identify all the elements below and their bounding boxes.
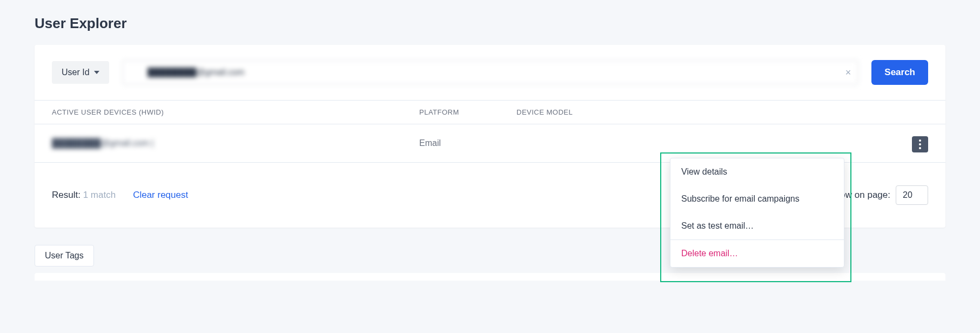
more-vertical-icon	[919, 139, 921, 149]
table-row[interactable]: ████████@gmail.com | Email	[35, 124, 945, 163]
search-button[interactable]: Search	[871, 60, 928, 85]
user-tags-panel	[35, 273, 945, 281]
cell-platform: Email	[419, 138, 516, 148]
menu-delete-email[interactable]: Delete email…	[670, 240, 844, 267]
column-platform: PLATFORM	[419, 108, 516, 116]
clear-request-link[interactable]: Clear request	[133, 190, 188, 201]
column-device-model: DEVICE MODEL	[516, 108, 896, 116]
menu-set-test-email[interactable]: Set as test email…	[670, 212, 844, 239]
menu-subscribe-campaigns[interactable]: Subscribe for email campaigns	[670, 185, 844, 212]
search-input[interactable]	[122, 60, 859, 85]
column-active-devices: ACTIVE USER DEVICES (HWID)	[52, 108, 419, 116]
row-actions-button[interactable]	[912, 136, 928, 152]
user-id-selector[interactable]: User Id	[52, 61, 109, 84]
menu-view-details[interactable]: View details	[670, 158, 844, 185]
table-header: ACTIVE USER DEVICES (HWID) PLATFORM DEVI…	[35, 100, 945, 124]
search-wrapper: ×	[122, 60, 859, 85]
page-size-select[interactable]: 20	[896, 185, 928, 205]
cell-device: ████████@gmail.com |	[52, 138, 419, 148]
user-id-selector-label: User Id	[62, 68, 90, 77]
devices-table: ACTIVE USER DEVICES (HWID) PLATFORM DEVI…	[35, 100, 945, 163]
close-icon: ×	[845, 67, 851, 78]
caret-down-icon	[94, 71, 99, 74]
row-actions-menu: View details Subscribe for email campaig…	[670, 158, 844, 268]
clear-input-button[interactable]: ×	[845, 68, 851, 77]
result-label: Result:	[52, 190, 80, 200]
result-count: 1 match	[83, 190, 116, 200]
page-title: User Explorer	[35, 15, 945, 32]
tab-user-tags[interactable]: User Tags	[35, 245, 94, 267]
